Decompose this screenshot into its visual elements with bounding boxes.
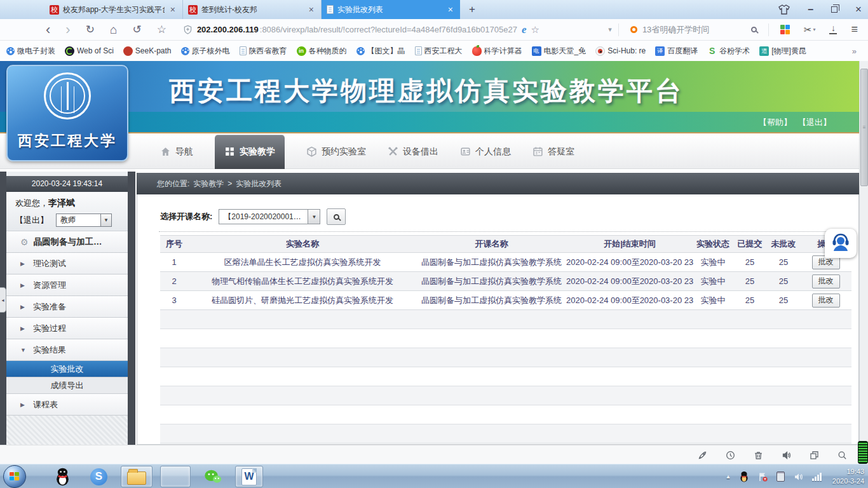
select-caret-icon[interactable]: ▼ <box>100 214 111 226</box>
home-icon[interactable]: ⌂ <box>110 24 117 36</box>
tab-close-icon[interactable]: × <box>446 4 455 15</box>
logout-link[interactable]: 【退出】 <box>798 117 831 128</box>
trash-icon[interactable] <box>753 450 764 461</box>
browser-menu-icon[interactable]: ≡ <box>851 23 858 36</box>
nav-reserve-lab[interactable]: 预约实验室 <box>306 135 366 169</box>
screenshot-scissors-icon[interactable]: ✂▾ <box>804 24 816 36</box>
forward-icon[interactable]: › <box>65 23 70 37</box>
page-scrollbar[interactable]: ≡ <box>859 61 868 445</box>
taskbar-clock[interactable]: 19:43 2020-3-24 <box>832 467 864 486</box>
sidebar-item-course[interactable]: ⚙ 晶圆制备与加工… <box>6 231 128 253</box>
close-window-button[interactable]: × <box>855 3 862 16</box>
bookmark-item[interactable]: Web of Sci <box>65 46 114 56</box>
bookmark-item[interactable]: 陕西省教育 <box>240 46 287 57</box>
select-caret-icon[interactable]: ▼ <box>308 210 320 224</box>
undo-icon[interactable]: ↺ <box>132 24 141 35</box>
search-magnifier-icon[interactable] <box>751 27 757 32</box>
taskbar-word[interactable]: W <box>235 466 263 487</box>
bookmark-item[interactable]: 【图文】晶 <box>356 46 405 57</box>
nav-equipment-loan[interactable]: 设备借出 <box>388 135 438 169</box>
nav-qa-room[interactable]: 答疑室 <box>532 135 574 169</box>
course-select[interactable]: 【2019-2020020001… ▼ <box>219 209 320 224</box>
start-button[interactable] <box>3 465 26 488</box>
ime-tray-icon[interactable] <box>776 471 785 482</box>
zoom-magnifier-icon[interactable] <box>837 450 848 461</box>
sidebar-item-score-export[interactable]: 成绩导出 <box>6 377 128 394</box>
taskbar-360-browser[interactable] <box>160 466 191 487</box>
action-center-flag-icon[interactable] <box>757 471 768 482</box>
minimize-button[interactable]: – <box>808 4 813 15</box>
customer-support-button[interactable] <box>825 229 857 258</box>
grade-button[interactable]: 批改 <box>812 274 840 288</box>
taskbar-qq[interactable] <box>48 466 77 487</box>
bookmark-item[interactable]: in各种物质的 <box>297 46 347 57</box>
bookmark-item[interactable]: 道[物理]黄昆 <box>759 46 806 57</box>
taskbar-wechat[interactable] <box>198 466 227 487</box>
volume-icon[interactable] <box>793 471 804 482</box>
tray-qq-icon[interactable] <box>739 471 749 482</box>
app-grid-icon[interactable] <box>780 25 790 34</box>
download-icon[interactable]: ↓ <box>829 25 837 34</box>
mute-speaker-icon[interactable] <box>781 450 792 461</box>
sidebar-collapse-handle[interactable]: ◂ <box>0 287 6 313</box>
boost-rocket-icon[interactable] <box>697 450 708 461</box>
sidebar-item-experiment-prep[interactable]: ▶ 实验准备 <box>6 296 128 318</box>
baidu-icon <box>181 47 189 55</box>
network-signal-icon[interactable] <box>812 473 822 481</box>
nav-experiment-teaching[interactable]: 实验教学 <box>215 135 285 169</box>
address-bar[interactable]: 202.200.206.119:8086/virexp/lab/result/!… <box>183 24 608 36</box>
refresh-icon[interactable]: ↻ <box>86 24 95 35</box>
restore-layout-icon[interactable] <box>809 450 820 461</box>
sidebar-item-resource-mgmt[interactable]: ▶ 资源管理 <box>6 274 128 296</box>
tab-2[interactable]: 校 签到统计-校友邦 × <box>183 0 322 19</box>
nav-home[interactable]: 导航 <box>160 135 193 169</box>
bookmark-item[interactable]: Sci-Hub: re <box>595 46 646 56</box>
sidebar-item-timetable[interactable]: ▶ 课程表 <box>6 394 128 416</box>
tab-3-active[interactable]: 实验批改列表 × <box>322 0 460 19</box>
support-agent-icon <box>830 233 851 254</box>
welcome-text: 欢迎您， <box>15 198 48 208</box>
welcome-panel: 欢迎您，李泽斌 【退出】 教师 ▼ <box>6 192 128 231</box>
bookmark-item[interactable]: 原子核外电 <box>181 46 230 57</box>
role-select[interactable]: 教师 ▼ <box>56 214 112 227</box>
bookmark-item[interactable]: S谷粉学术 <box>707 46 750 57</box>
grade-button[interactable]: 批改 <box>812 294 840 308</box>
skin-theme-icon[interactable] <box>778 4 790 15</box>
tab-close-icon[interactable]: × <box>168 4 177 15</box>
sidebar-item-theory-test[interactable]: ▶ 理论测试 <box>6 253 128 274</box>
search-box[interactable]: 13省明确开学时间 <box>625 24 762 36</box>
bookmark-item[interactable]: 科学计算器 <box>472 46 522 57</box>
bookmark-item[interactable]: 西安工程大 <box>415 46 463 57</box>
empty-row <box>160 329 851 348</box>
url-path: :8086/virexp/lab/result/!correct?lecture… <box>260 25 517 34</box>
sidebar-item-experiment-process[interactable]: ▶ 实验过程 <box>6 318 128 339</box>
sidebar-item-experiment-grading[interactable]: 实验批改 <box>6 361 128 377</box>
bookmark-item[interactable]: 微电子封装 <box>6 46 55 57</box>
ie-compat-icon[interactable]: e <box>522 24 527 36</box>
favorites-star-icon[interactable]: ☆ <box>157 24 166 35</box>
nav-personal-info[interactable]: 个人信息 <box>460 135 511 169</box>
breadcrumb-link[interactable]: 实验教学 <box>193 179 224 189</box>
tab-1[interactable]: 校 校友邦app-大学生实习实践平台 × <box>44 0 183 19</box>
help-link[interactable]: 【帮助】 <box>759 117 792 128</box>
history-clock-icon[interactable] <box>725 450 736 461</box>
sidebar-item-experiment-result[interactable]: ▼ 实验结果 <box>6 339 128 361</box>
scrollbar-thumb[interactable]: ≡ <box>860 69 868 186</box>
search-button[interactable] <box>327 208 346 225</box>
restore-button[interactable] <box>831 6 837 13</box>
bookmarks-overflow-icon[interactable]: » <box>852 46 857 56</box>
bookmark-star-icon[interactable]: ☆ <box>531 24 539 36</box>
search-suggestion[interactable]: 13省明确开学时间 <box>642 24 746 36</box>
back-icon[interactable]: ‹ <box>46 23 50 37</box>
url-dropdown-icon[interactable]: ▾ <box>608 25 612 34</box>
bookmark-item[interactable]: 译百度翻译 <box>655 46 698 57</box>
bookmark-item[interactable]: 电电影天堂_免 <box>532 46 587 57</box>
taskbar-file-explorer[interactable] <box>121 466 153 487</box>
new-tab-button[interactable]: + <box>460 2 484 17</box>
tab-close-icon[interactable]: × <box>307 4 316 15</box>
empty-row <box>160 424 851 444</box>
sidebar-logout-link[interactable]: 【退出】 <box>15 215 48 226</box>
tray-expand-icon[interactable]: ▲ <box>725 473 731 480</box>
taskbar-sogou-browser[interactable]: S <box>85 466 113 487</box>
bookmark-item[interactable]: SeeK-path <box>123 46 172 56</box>
